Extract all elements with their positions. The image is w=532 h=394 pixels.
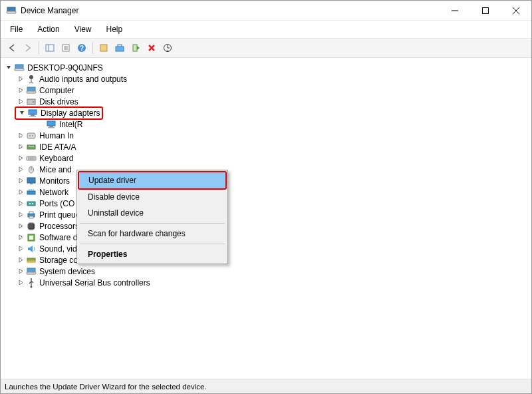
collapse-icon[interactable] [5,64,13,72]
svg-point-25 [33,100,35,102]
category-label: Processors [39,222,79,231]
tree-category[interactable]: Display adapters [15,107,531,118]
enable-device-button[interactable] [128,41,143,55]
svg-rect-17 [133,45,137,51]
tree-category[interactable]: Universal Serial Bus controllers [15,277,531,288]
svg-rect-16 [118,45,122,47]
svg-rect-35 [27,145,35,149]
scan-button[interactable] [96,41,111,55]
display-icon [46,119,57,130]
uninstall-button[interactable] [144,41,159,55]
port-icon [26,198,37,209]
help-button[interactable]: ? [74,41,89,55]
expand-icon[interactable] [17,234,25,242]
context-separator [80,223,225,224]
expand-icon[interactable] [17,188,25,196]
expand-icon[interactable] [17,143,25,151]
expand-icon[interactable] [17,279,25,287]
expand-icon[interactable] [17,256,25,264]
tree-category[interactable]: IDE ATA/A [15,141,531,152]
svg-rect-43 [30,183,33,184]
app-icon [6,5,17,16]
network-icon [26,187,37,198]
menu-view[interactable]: View [72,23,94,35]
svg-rect-32 [27,133,35,138]
menu-help[interactable]: Help [104,23,126,35]
svg-rect-49 [29,212,33,214]
svg-rect-31 [48,127,55,128]
minimize-button[interactable] [440,1,470,20]
back-button[interactable] [5,41,19,55]
tree-category[interactable]: Keyboard [15,152,531,164]
update-driver-button[interactable] [112,41,127,55]
monitor-icon [26,176,37,186]
expand-icon[interactable] [17,268,25,276]
display-icon [27,108,38,118]
system-icon [26,266,37,277]
context-item-disable-device[interactable]: Disable device [78,189,226,205]
disk-icon [26,97,37,107]
scan-hardware-button[interactable] [160,41,175,55]
menu-action[interactable]: Action [35,23,62,35]
expand-icon[interactable] [17,87,25,95]
svg-rect-37 [27,156,36,160]
svg-rect-36 [29,146,34,146]
context-item-uninstall-device[interactable]: Uninstall device [78,205,226,221]
svg-rect-45 [27,202,35,206]
storage-icon [26,255,37,266]
svg-rect-57 [27,272,36,274]
category-label: Human In [39,131,74,140]
svg-rect-3 [483,7,489,13]
svg-point-47 [32,203,33,204]
category-label: Audio inputs and outputs [39,75,127,84]
expand-icon[interactable] [17,132,25,140]
svg-rect-42 [27,178,35,183]
menu-file[interactable]: File [7,23,25,35]
expand-icon[interactable] [17,211,25,219]
category-label: Network [39,188,68,197]
svg-rect-44 [27,191,35,194]
expand-icon[interactable] [17,154,25,162]
expand-icon[interactable] [17,222,25,230]
ide-icon [26,142,37,152]
category-label: System devices [39,267,95,276]
status-text: Launches the Update Driver Wizard for th… [5,383,207,391]
expand-icon[interactable] [17,75,25,83]
root-label: DESKTOP-9Q0JNFS [27,63,103,73]
svg-rect-30 [49,126,53,127]
expand-icon[interactable] [18,109,26,117]
expand-icon[interactable] [17,98,25,106]
svg-rect-27 [31,114,35,116]
tree-root-node[interactable]: DESKTOP-9Q0JNFS [3,62,531,73]
tree-category[interactable]: System devices [15,266,531,277]
svg-rect-28 [29,116,36,117]
svg-rect-53 [29,236,33,240]
forward-button[interactable] [21,41,35,55]
usb-icon [26,278,37,288]
expand-icon[interactable] [17,166,25,174]
category-label: Ports (CO [39,199,74,208]
svg-point-46 [29,203,31,204]
svg-point-33 [29,135,31,136]
tree-category[interactable]: Computer [15,85,531,96]
context-item-properties[interactable]: Properties [78,246,226,262]
computer-icon [26,85,37,96]
expand-icon[interactable] [17,245,25,253]
show-hide-tree-button[interactable] [43,41,57,55]
maximize-button[interactable] [470,1,501,20]
expand-icon[interactable] [17,177,25,185]
context-item-scan-for-hardware-changes[interactable]: Scan for hardware changes [78,226,226,242]
category-label: Monitors [39,176,70,186]
titlebar: Device Manager [1,1,531,21]
svg-rect-23 [27,91,36,93]
context-item-update-driver[interactable]: Update driver [79,172,225,188]
tree-category[interactable]: Disk drives [15,96,531,107]
svg-point-34 [32,135,33,136]
category-label: Display adapters [41,108,100,118]
close-button[interactable] [501,1,531,20]
tree-category[interactable]: Audio inputs and outputs [15,73,531,85]
tree-category[interactable]: Human In [15,130,531,141]
expand-icon[interactable] [17,200,25,208]
tree-device[interactable]: Intel(R [35,118,531,130]
properties-button[interactable] [59,41,73,55]
